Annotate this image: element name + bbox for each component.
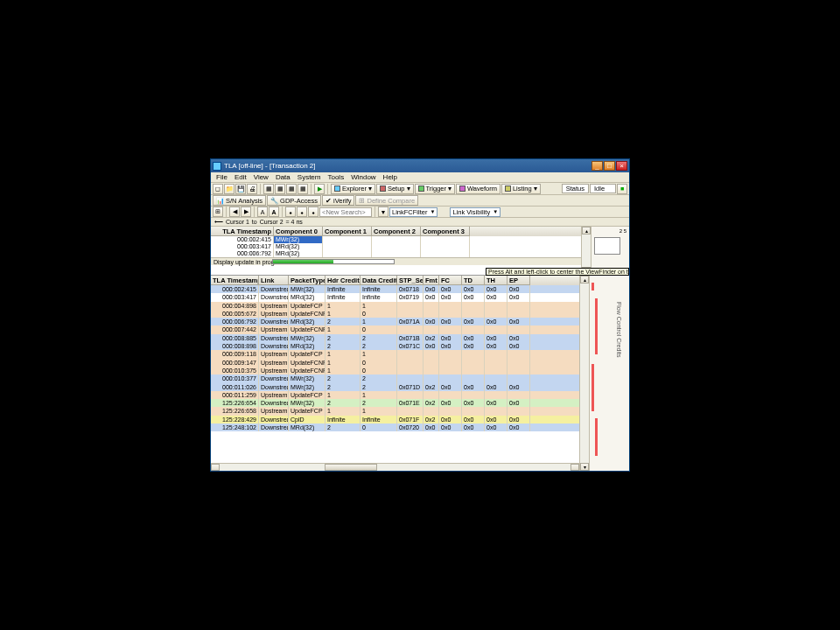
minimize-button[interactable]: _ bbox=[592, 161, 603, 171]
status-value: Idle bbox=[590, 184, 616, 193]
table-row[interactable]: 125:248:102DownstreamMRd(32)200x07200x00… bbox=[211, 424, 579, 431]
setup-button[interactable]: Setup ▾ bbox=[376, 184, 414, 194]
save-icon[interactable]: 💾 bbox=[235, 184, 246, 194]
window-title: TLA [off-line] - [Transaction 2] bbox=[224, 162, 316, 170]
main-toolbar: ◻ 📁 💾 🖨 ▦ ▦ ▦ ▦ ▶ Explorer ▾ Setup ▾ Tri… bbox=[211, 183, 629, 195]
table-row[interactable]: 000:002:415DownstreamMWr(32)InfiniteInfi… bbox=[211, 285, 579, 293]
table-row[interactable]: 000:008:885DownstreamMWr(32)220x071B0x20… bbox=[211, 334, 579, 342]
progress-bar bbox=[272, 259, 395, 264]
col-tla-timestamp[interactable]: TLA Timestamp bbox=[211, 227, 274, 236]
marker2-icon[interactable]: ⬥ bbox=[297, 206, 307, 217]
table-row[interactable]: 125:228:429DownstreamCplDInfiniteInfinit… bbox=[211, 416, 579, 424]
grid1-icon[interactable]: ▦ bbox=[263, 184, 274, 194]
col-component-2[interactable]: Component 2 bbox=[372, 227, 421, 236]
table-row[interactable]: 000:005:672UpstreamUpdateFCNP10 bbox=[211, 310, 579, 318]
menu-window[interactable]: Window bbox=[347, 173, 379, 181]
marker3-icon[interactable]: ⬥ bbox=[308, 206, 318, 217]
table-row[interactable]: 000:011:026DownstreamMWr(32)220x071D0x20… bbox=[211, 383, 579, 391]
close-button[interactable]: × bbox=[616, 161, 627, 171]
new-icon[interactable]: ◻ bbox=[213, 184, 223, 194]
col-component-0[interactable]: Component 0 bbox=[274, 227, 323, 236]
table-row[interactable]: 000:010:375UpstreamUpdateFCNP10 bbox=[211, 367, 579, 374]
col-link[interactable]: Link bbox=[259, 276, 289, 285]
table-row[interactable]: 000:009:118UpstreamUpdateFCP11 bbox=[211, 350, 579, 358]
grid4-icon[interactable]: ▦ bbox=[298, 184, 308, 194]
waveform-button[interactable]: Waveform bbox=[456, 184, 500, 194]
run-icon[interactable]: ▶ bbox=[314, 184, 325, 194]
font-dec-icon[interactable]: A bbox=[257, 206, 268, 217]
table-row[interactable]: 000:006:792MRd(32) bbox=[211, 250, 581, 257]
menu-view[interactable]: View bbox=[250, 173, 272, 181]
table-row[interactable]: 000:007:442UpstreamUpdateFCNP10 bbox=[211, 326, 579, 333]
menu-help[interactable]: Help bbox=[380, 173, 401, 181]
cursor-ruler: ⟵ Cursor 1 to Cursor 2 = 4 ns bbox=[211, 218, 629, 227]
explorer-button[interactable]: Explorer ▾ bbox=[331, 184, 375, 194]
secondary-toolbar: 📊 S/N Analysis 🔧 GDP-Access ✔ iVerify ⊞ … bbox=[211, 195, 629, 206]
menu-data[interactable]: Data bbox=[272, 173, 294, 181]
col-stp-seq[interactable]: STP_Seq bbox=[397, 276, 424, 285]
filter-icon[interactable]: ▼ bbox=[378, 206, 388, 217]
status-label: Status bbox=[562, 184, 589, 193]
cursor-delta: = 4 ns bbox=[286, 219, 303, 225]
col-ep[interactable]: EP bbox=[508, 276, 530, 285]
grid2-icon[interactable]: ▦ bbox=[275, 184, 285, 194]
cursor2-label[interactable]: Cursor 2 bbox=[260, 219, 284, 225]
search-input[interactable] bbox=[319, 207, 372, 217]
cursor1-label[interactable]: Cursor 1 bbox=[226, 219, 249, 225]
print-icon[interactable]: 🖨 bbox=[247, 184, 257, 194]
open-icon[interactable]: 📁 bbox=[224, 184, 234, 194]
next-icon[interactable]: ▶ bbox=[241, 206, 251, 217]
table-row[interactable]: 000:008:898DownstreamMRd(32)220x071C0x00… bbox=[211, 342, 579, 350]
col-component-3[interactable]: Component 3 bbox=[421, 227, 470, 236]
col-hdr-credits[interactable]: Hdr Credits bbox=[326, 276, 360, 285]
table-row[interactable]: 000:003:417DownstreamMRd(32)InfiniteInfi… bbox=[211, 293, 579, 301]
menubar: File Edit View Data System Tools Window … bbox=[211, 172, 629, 183]
maximize-button[interactable]: □ bbox=[604, 161, 615, 171]
visibility-combo[interactable]: Link Visibility▼ bbox=[450, 207, 500, 217]
col-th[interactable]: TH bbox=[485, 276, 508, 285]
col-timestamp[interactable]: TLA Timestamp bbox=[211, 276, 259, 285]
h-scrollbar[interactable] bbox=[211, 463, 579, 471]
search-toolbar: ⊞ ◀ ▶ A A ⬥ ⬥ ⬥ ▼ LinkFCFilter▼ Link Vis… bbox=[211, 206, 629, 218]
define-compare-button[interactable]: ⊞ Define Compare bbox=[355, 195, 418, 206]
menu-system[interactable]: System bbox=[294, 173, 325, 181]
table-row[interactable]: 125:226:654DownstreamMWr(32)220x071E0x20… bbox=[211, 399, 579, 407]
grid3-icon[interactable]: ▦ bbox=[286, 184, 297, 194]
table-row[interactable]: 000:010:377DownstreamMWr(32)22 bbox=[211, 374, 579, 382]
app-icon bbox=[213, 162, 221, 171]
menu-edit[interactable]: Edit bbox=[231, 173, 250, 181]
stop-icon[interactable]: ■ bbox=[617, 184, 627, 194]
tree-icon[interactable]: ⊞ bbox=[213, 206, 223, 217]
gdp-access-button[interactable]: 🔧 GDP-Access bbox=[267, 195, 321, 206]
table-row[interactable]: 000:004:898UpstreamUpdateFCP11 bbox=[211, 302, 579, 310]
prev-icon[interactable]: ◀ bbox=[229, 206, 240, 217]
main-scrollbar[interactable]: ▴▾ bbox=[579, 276, 589, 471]
col-fmt[interactable]: Fmt bbox=[424, 276, 439, 285]
table-row[interactable]: 000:006:792DownstreamMRd(32)210x071A0x00… bbox=[211, 318, 579, 326]
table-row[interactable]: 000:009:147UpstreamUpdateFCNP10 bbox=[211, 359, 579, 367]
titlebar[interactable]: TLA [off-line] - [Transaction 2] _ □ × bbox=[211, 159, 629, 172]
trigger-button[interactable]: Trigger ▾ bbox=[415, 184, 455, 194]
table-row[interactable]: 000:003:417MRd(32) bbox=[211, 243, 581, 250]
col-td[interactable]: TD bbox=[462, 276, 485, 285]
filter-combo[interactable]: LinkFCFilter▼ bbox=[389, 207, 438, 217]
menu-tools[interactable]: Tools bbox=[324, 173, 347, 181]
iverify-button[interactable]: ✔ iVerify bbox=[322, 195, 354, 206]
listing-button[interactable]: Listing ▾ bbox=[501, 184, 541, 194]
marker1-icon[interactable]: ⬥ bbox=[285, 206, 296, 217]
col-data-credits[interactable]: Data Credits bbox=[360, 276, 397, 285]
col-fc[interactable]: FC bbox=[439, 276, 462, 285]
flow-control-rail[interactable]: Flow Control Credits bbox=[589, 276, 629, 471]
menu-file[interactable]: File bbox=[213, 173, 231, 181]
font-inc-icon[interactable]: A bbox=[269, 206, 279, 217]
col-component-1[interactable]: Component 1 bbox=[323, 227, 372, 236]
packet-table: TLA Timestamp Link PacketType Hdr Credit… bbox=[211, 276, 579, 471]
viewfinder-tooltip: Press Alt and left-click to center the V… bbox=[486, 268, 629, 276]
table-row[interactable]: 000:002:415MWr(32) bbox=[211, 236, 581, 243]
table-row[interactable]: 125:226:658UpstreamUpdateFCP11 bbox=[211, 407, 579, 415]
col-packettype[interactable]: PacketType bbox=[289, 276, 326, 285]
table-row[interactable]: 000:011:259UpstreamUpdateFCP11 bbox=[211, 391, 579, 399]
app-window: TLA [off-line] - [Transaction 2] _ □ × F… bbox=[210, 158, 630, 472]
sn-analysis-button[interactable]: 📊 S/N Analysis bbox=[213, 195, 266, 206]
